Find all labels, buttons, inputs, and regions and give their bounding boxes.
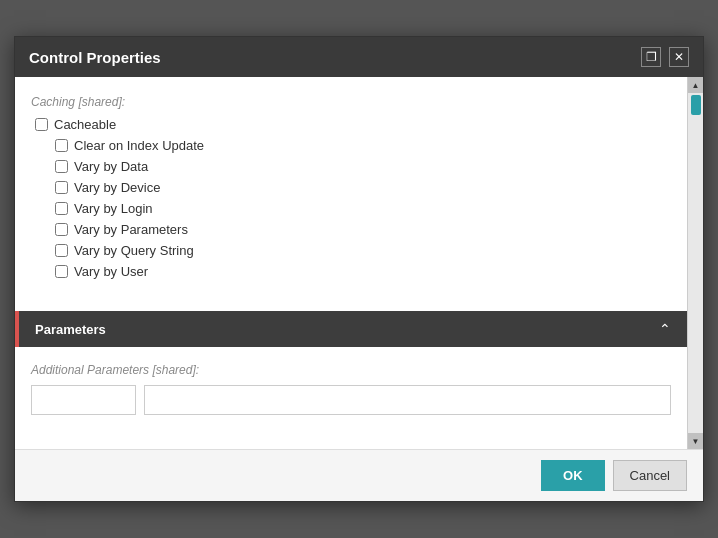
vary-query-checkbox[interactable] — [55, 244, 68, 257]
vary-user-checkbox[interactable] — [55, 265, 68, 278]
vary-data-item: Vary by Data — [51, 159, 671, 174]
clear-index-label[interactable]: Clear on Index Update — [74, 138, 204, 153]
dialog-titlebar: Control Properties ❐ ✕ — [15, 37, 703, 77]
parameters-section-title: Parameters — [35, 322, 106, 337]
clear-index-checkbox[interactable] — [55, 139, 68, 152]
vary-parameters-label[interactable]: Vary by Parameters — [74, 222, 188, 237]
scrollbar-thumb[interactable] — [691, 95, 701, 115]
scrollbar: ▲ ▼ — [687, 77, 703, 449]
vary-parameters-checkbox[interactable] — [55, 223, 68, 236]
dialog-footer: OK Cancel — [15, 449, 703, 501]
additional-params-label: Additional Parameters [shared]: — [31, 363, 671, 377]
control-properties-dialog: Control Properties ❐ ✕ Caching [shared]:… — [14, 36, 704, 502]
cancel-button[interactable]: Cancel — [613, 460, 687, 491]
cacheable-checkbox[interactable] — [35, 118, 48, 131]
vary-data-checkbox[interactable] — [55, 160, 68, 173]
vary-data-label[interactable]: Vary by Data — [74, 159, 148, 174]
cacheable-label[interactable]: Cacheable — [54, 117, 116, 132]
vary-query-label[interactable]: Vary by Query String — [74, 243, 194, 258]
clear-index-item: Clear on Index Update — [51, 138, 671, 153]
scroll-up-arrow[interactable]: ▲ — [688, 77, 703, 93]
vary-device-label[interactable]: Vary by Device — [74, 180, 160, 195]
params-input-small[interactable] — [31, 385, 136, 415]
vary-device-item: Vary by Device — [51, 180, 671, 195]
caching-label: Caching [shared]: — [31, 95, 671, 109]
vary-login-checkbox[interactable] — [55, 202, 68, 215]
params-input-large[interactable] — [144, 385, 671, 415]
vary-login-item: Vary by Login — [51, 201, 671, 216]
close-button[interactable]: ✕ — [669, 47, 689, 67]
cacheable-item: Cacheable — [31, 117, 671, 132]
dialog-content: Caching [shared]: Cacheable Clear on Ind… — [15, 77, 687, 449]
params-inputs — [31, 385, 671, 415]
vary-device-checkbox[interactable] — [55, 181, 68, 194]
section-divider — [31, 285, 671, 303]
parameters-section-body: Additional Parameters [shared]: — [15, 347, 687, 431]
restore-button[interactable]: ❐ — [641, 47, 661, 67]
vary-query-item: Vary by Query String — [51, 243, 671, 258]
scroll-down-arrow[interactable]: ▼ — [688, 433, 703, 449]
vary-parameters-item: Vary by Parameters — [51, 222, 671, 237]
vary-login-label[interactable]: Vary by Login — [74, 201, 153, 216]
dialog-body: Caching [shared]: Cacheable Clear on Ind… — [15, 77, 703, 449]
vary-user-label[interactable]: Vary by User — [74, 264, 148, 279]
scrollbar-track — [688, 93, 703, 433]
caching-suboptions: Clear on Index Update Vary by Data Vary … — [31, 138, 671, 279]
parameters-section: Parameters ⌃ Additional Parameters [shar… — [15, 311, 687, 431]
ok-button[interactable]: OK — [541, 460, 605, 491]
chevron-up-icon: ⌃ — [659, 321, 671, 337]
vary-user-item: Vary by User — [51, 264, 671, 279]
parameters-section-header[interactable]: Parameters ⌃ — [15, 311, 687, 347]
titlebar-controls: ❐ ✕ — [641, 47, 689, 67]
dialog-title: Control Properties — [29, 49, 161, 66]
